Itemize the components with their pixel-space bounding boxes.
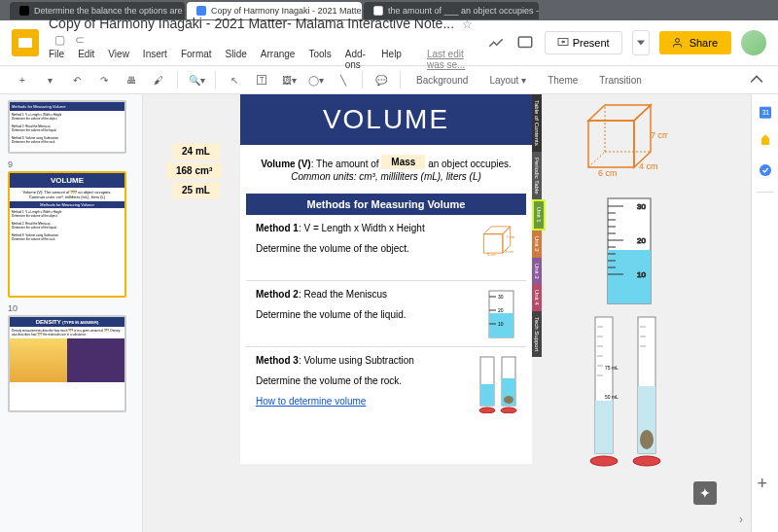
nav-right-icon[interactable]: ›	[739, 513, 743, 526]
share-button[interactable]: Share	[659, 31, 731, 54]
activity-icon[interactable]	[486, 33, 506, 53]
filmstrip[interactable]: Methods for Measuring Volume Method 1: V…	[0, 94, 143, 532]
cube-height-label: 7 cm	[651, 130, 668, 140]
print-button[interactable]: 🖶	[121, 69, 142, 90]
doc-title[interactable]: Copy of Harmony Inagaki - 2021 Matter- M…	[49, 16, 477, 47]
menu-file[interactable]: File	[49, 49, 64, 70]
background-button[interactable]: Background	[408, 72, 476, 89]
star-icon[interactable]: ☆	[462, 18, 473, 31]
svg-point-24	[504, 396, 513, 404]
tasks-icon[interactable]	[758, 162, 773, 178]
slide-thumb-8[interactable]: Methods for Measuring Volume Method 1: V…	[8, 100, 134, 154]
tab-label: Determine the balance the options are on…	[34, 6, 185, 16]
svg-marker-28	[634, 105, 651, 167]
cloud-status-icon[interactable]: ⊂	[75, 33, 85, 47]
move-icon[interactable]: ▢	[54, 33, 65, 47]
tab-unit1[interactable]: Unit 1	[532, 199, 546, 231]
canvas-wrap[interactable]: 24 mL 168 cm³ 25 mL VOLUME Volume (V): T…	[143, 94, 751, 532]
tab-unit3[interactable]: Unit 3	[532, 258, 542, 285]
menu-format[interactable]: Format	[181, 49, 212, 70]
cyl-label-20: 20	[637, 236, 646, 245]
answer-box-1[interactable]: 24 mL	[172, 143, 220, 160]
rock-cylinders-large[interactable]: 75 mL 50 mL	[585, 313, 665, 469]
svg-point-21	[479, 408, 495, 413]
tab-label: the amount of ___ an object occupies - G…	[388, 6, 539, 16]
paint-format-button[interactable]: 🖌	[148, 69, 169, 90]
slide-number: 9	[8, 160, 134, 169]
method-3-box: Method 3: Volume using Subtraction Deter…	[246, 347, 526, 414]
right-side-panel: 31 +	[751, 94, 778, 532]
svg-text:6 cm: 6 cm	[487, 252, 495, 257]
slides-favicon-icon	[196, 6, 206, 16]
menu-insert[interactable]: Insert	[143, 49, 167, 70]
slide-number: 10	[8, 303, 134, 313]
large-cylinder-diagram[interactable]: 30 20 10	[600, 196, 658, 311]
svg-point-59	[633, 456, 660, 466]
svg-marker-27	[588, 105, 651, 121]
undo-button[interactable]: ↶	[66, 69, 88, 90]
menu-edit[interactable]: Edit	[78, 49, 94, 70]
svg-rect-20	[480, 384, 494, 406]
present-button[interactable]: Present	[545, 31, 622, 54]
svg-text:31: 31	[761, 109, 769, 116]
tab-unit4[interactable]: Unit 4	[532, 284, 542, 311]
svg-text:50 mL: 50 mL	[605, 394, 619, 400]
menu-tools[interactable]: Tools	[308, 49, 331, 70]
menu-slide[interactable]: Slide	[226, 49, 247, 70]
comment-tool[interactable]: 💬	[371, 69, 392, 90]
cyl-label-30: 30	[637, 202, 646, 211]
svg-text:10: 10	[498, 321, 504, 327]
svg-point-25	[501, 408, 516, 413]
explore-button[interactable]: ✦	[693, 481, 717, 505]
line-tool[interactable]: ╲	[333, 69, 354, 90]
new-slide-button[interactable]: +	[12, 69, 33, 90]
dropdown-icon[interactable]: ▾	[39, 69, 60, 90]
how-link[interactable]: How to determine volume	[256, 396, 366, 407]
tab-unit2[interactable]: Unit 2	[532, 231, 542, 258]
svg-point-4	[675, 39, 679, 43]
large-cube-diagram[interactable]: 7 cm 6 cm 4 cm	[581, 99, 668, 180]
slide-canvas[interactable]: VOLUME Volume (V): The amount of Mass an…	[240, 94, 532, 464]
menu-help[interactable]: Help	[381, 49, 402, 70]
svg-text:30: 30	[498, 294, 504, 300]
present-dropdown[interactable]	[632, 30, 650, 55]
mass-answer-box[interactable]: Mass	[381, 155, 425, 169]
layout-button[interactable]: Layout ▾	[481, 72, 534, 89]
keep-icon[interactable]	[758, 133, 773, 149]
theme-button[interactable]: Theme	[540, 72, 585, 89]
last-edit-info[interactable]: Last edit was se...	[427, 49, 477, 70]
redo-button[interactable]: ↷	[93, 69, 115, 90]
avatar[interactable]	[741, 30, 766, 55]
zoom-button[interactable]: 🔍▾	[186, 69, 207, 90]
tab-periodic[interactable]: Periodic Table	[532, 152, 542, 200]
cyl-label-10: 10	[637, 270, 646, 279]
answer-box-2[interactable]: 168 cm³	[166, 162, 222, 179]
svg-text:20: 20	[498, 307, 504, 313]
method-2-task: Determine the volume of the liquid.	[256, 309, 516, 320]
menu-view[interactable]: View	[108, 49, 129, 70]
add-panel-icon[interactable]: +	[758, 474, 773, 532]
tab-contents[interactable]: Table of Contents	[532, 94, 542, 152]
method-2-box: Method 2: Read the Meniscus Determine th…	[246, 281, 526, 347]
tab-label: Copy of Harmony Inagaki - 2021 Matter- M…	[211, 6, 362, 16]
brainly-favicon-icon	[19, 6, 29, 16]
slide-thumb-10[interactable]: 10 DENSITY (TYPE IN ANSWER) Density meas…	[8, 303, 134, 412]
menu-addons[interactable]: Add-ons	[345, 49, 369, 70]
slide-thumb-9[interactable]: 9 VOLUME Volume (V): The amount of ??? a…	[8, 160, 134, 298]
shape-tool[interactable]: ◯▾	[305, 69, 327, 90]
svg-line-29	[588, 152, 605, 167]
tab-tech[interactable]: Tech Support	[532, 311, 542, 357]
slides-logo-icon[interactable]	[12, 29, 39, 56]
transition-button[interactable]: Transition	[591, 72, 650, 89]
calendar-icon[interactable]: 31	[758, 104, 773, 120]
answer-box-3[interactable]: 25 mL	[172, 182, 220, 198]
cube-width-label: 6 cm	[598, 168, 618, 177]
select-tool[interactable]: ↖	[224, 69, 245, 90]
svg-text:75 mL: 75 mL	[605, 365, 619, 371]
menu-arrange[interactable]: Arrange	[261, 49, 296, 70]
image-tool[interactable]: 🖼▾	[278, 69, 300, 90]
svg-rect-0	[518, 37, 532, 48]
comments-icon[interactable]	[515, 33, 535, 53]
collapse-toolbar-icon[interactable]	[747, 70, 766, 89]
textbox-tool[interactable]: 🅃	[251, 69, 272, 90]
